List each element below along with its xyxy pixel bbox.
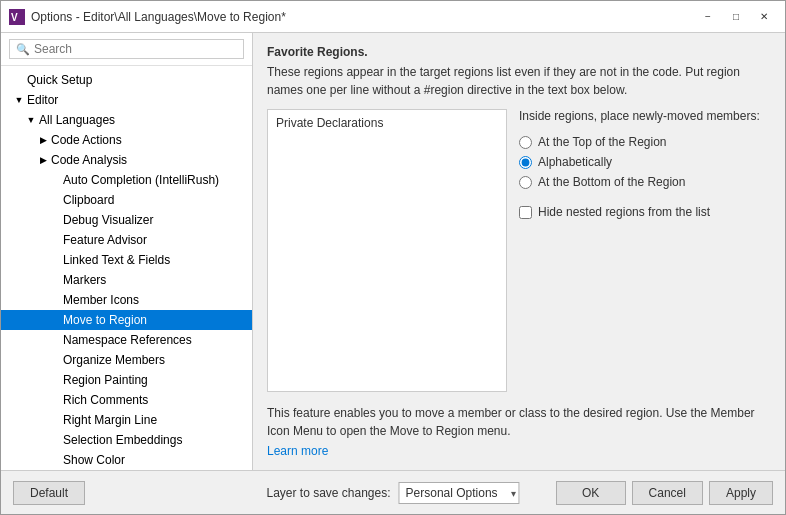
learn-more-link[interactable]: Learn more (267, 444, 328, 458)
search-box: 🔍 (1, 33, 252, 66)
hide-nested-checkbox-label[interactable]: Hide nested regions from the list (519, 205, 771, 219)
layer-select[interactable]: Personal Options Solution Options Projec… (399, 482, 520, 504)
default-button[interactable]: Default (13, 481, 85, 505)
tree-item-label: Quick Setup (27, 73, 92, 87)
expand-icon (49, 294, 61, 306)
tree-item-quick-setup[interactable]: Quick Setup (1, 70, 252, 90)
expand-icon (49, 394, 61, 406)
search-input[interactable] (34, 42, 237, 56)
tree-item-feature-advisor[interactable]: Feature Advisor (1, 230, 252, 250)
tree-item-label: Region Painting (63, 373, 148, 387)
maximize-button[interactable]: □ (723, 7, 749, 27)
options-dialog: V Options - Editor\All Languages\Move to… (0, 0, 786, 515)
expand-icon (49, 254, 61, 266)
radio-bottom[interactable]: At the Bottom of the Region (519, 175, 771, 189)
left-panel: 🔍 Quick Setup ▼ Editor (1, 33, 253, 470)
close-button[interactable]: ✕ (751, 7, 777, 27)
cancel-button[interactable]: Cancel (632, 481, 703, 505)
tree-item-all-languages[interactable]: ▼ All Languages (1, 110, 252, 130)
tree-item-region-painting[interactable]: Region Painting (1, 370, 252, 390)
tree-item-label: Namespace References (63, 333, 192, 347)
tree-item-clipboard[interactable]: Clipboard (1, 190, 252, 210)
tree-item-code-analysis[interactable]: ▶ Code Analysis (1, 150, 252, 170)
footer-middle: Layer to save changes: Personal Options … (266, 482, 519, 504)
layer-select-wrapper: Personal Options Solution Options Projec… (399, 482, 520, 504)
tree-item-namespace-references[interactable]: Namespace References (1, 330, 252, 350)
tree-item-auto-completion[interactable]: Auto Completion (IntelliRush) (1, 170, 252, 190)
placement-radio-group: At the Top of the Region Alphabetically … (519, 135, 771, 189)
expand-icon (49, 234, 61, 246)
title-bar: V Options - Editor\All Languages\Move to… (1, 1, 785, 33)
hide-nested-label: Hide nested regions from the list (538, 205, 710, 219)
tree-item-code-actions[interactable]: ▶ Code Actions (1, 130, 252, 150)
tree-item-show-color[interactable]: Show Color (1, 450, 252, 470)
tree-item-label: Member Icons (63, 293, 139, 307)
title-bar-controls: − □ ✕ (695, 7, 777, 27)
tree-item-label: Clipboard (63, 193, 114, 207)
search-icon: 🔍 (16, 43, 30, 56)
footer: Default Layer to save changes: Personal … (1, 470, 785, 514)
expand-icon (49, 194, 61, 206)
main-content: Private Declarations Inside regions, pla… (267, 109, 771, 392)
radio-top-label: At the Top of the Region (538, 135, 667, 149)
minimize-button[interactable]: − (695, 7, 721, 27)
description-text: These regions appear in the target regio… (267, 63, 771, 99)
tree-item-label: Move to Region (63, 313, 147, 327)
hide-nested-checkbox[interactable] (519, 206, 532, 219)
expand-icon (49, 334, 61, 346)
expand-icon: ▼ (25, 114, 37, 126)
inside-regions-label: Inside regions, place newly-moved member… (519, 109, 771, 123)
expand-icon (49, 314, 61, 326)
expand-icon: ▶ (37, 134, 49, 146)
tree-item-markers[interactable]: Markers (1, 270, 252, 290)
expand-icon (49, 354, 61, 366)
tree-item-linked-text[interactable]: Linked Text & Fields (1, 250, 252, 270)
tree-item-organize-members[interactable]: Organize Members (1, 350, 252, 370)
tree-item-label: Editor (27, 93, 58, 107)
radio-alphabetically-label: Alphabetically (538, 155, 612, 169)
section-title: Favorite Regions. (267, 45, 771, 59)
regions-box-item: Private Declarations (272, 114, 502, 132)
expand-icon (49, 274, 61, 286)
radio-bottom-label: At the Bottom of the Region (538, 175, 685, 189)
window-title: Options - Editor\All Languages\Move to R… (31, 10, 286, 24)
radio-alphabetically-input[interactable] (519, 156, 532, 169)
tree-item-move-to-region[interactable]: Move to Region (1, 310, 252, 330)
tree-item-label: Debug Visualizer (63, 213, 154, 227)
tree-item-label: Selection Embeddings (63, 433, 182, 447)
radio-alphabetically[interactable]: Alphabetically (519, 155, 771, 169)
expand-icon (49, 214, 61, 226)
expand-icon: ▶ (37, 154, 49, 166)
apply-button[interactable]: Apply (709, 481, 773, 505)
tree-item-label: Show Color (63, 453, 125, 467)
bottom-info-text: This feature enables you to move a membe… (267, 404, 771, 440)
tree-view: Quick Setup ▼ Editor ▼ All Languages (1, 66, 252, 470)
tree-item-label: Markers (63, 273, 106, 287)
expand-icon: ▼ (13, 94, 25, 106)
tree-item-member-icons[interactable]: Member Icons (1, 290, 252, 310)
vs-logo-icon: V (9, 9, 25, 25)
tree-item-label: Feature Advisor (63, 233, 147, 247)
tree-item-label: Linked Text & Fields (63, 253, 170, 267)
radio-top-input[interactable] (519, 136, 532, 149)
bottom-info: This feature enables you to move a membe… (267, 404, 771, 458)
tree-item-rich-comments[interactable]: Rich Comments (1, 390, 252, 410)
ok-button[interactable]: OK (556, 481, 626, 505)
expand-icon (49, 434, 61, 446)
tree-item-label: Code Actions (51, 133, 122, 147)
footer-right: OK Cancel Apply (556, 481, 773, 505)
tree-item-right-margin-line[interactable]: Right Margin Line (1, 410, 252, 430)
tree-item-selection-embeddings[interactable]: Selection Embeddings (1, 430, 252, 450)
expand-icon (49, 414, 61, 426)
regions-box[interactable]: Private Declarations (267, 109, 507, 392)
tree-item-editor[interactable]: ▼ Editor (1, 90, 252, 110)
tree-item-debug-visualizer[interactable]: Debug Visualizer (1, 210, 252, 230)
tree-item-label: Code Analysis (51, 153, 127, 167)
search-wrapper: 🔍 (9, 39, 244, 59)
layer-label: Layer to save changes: (266, 486, 390, 500)
expand-icon (49, 454, 61, 466)
footer-left: Default (13, 481, 85, 505)
tree-item-label: Rich Comments (63, 393, 148, 407)
radio-bottom-input[interactable] (519, 176, 532, 189)
radio-top[interactable]: At the Top of the Region (519, 135, 771, 149)
